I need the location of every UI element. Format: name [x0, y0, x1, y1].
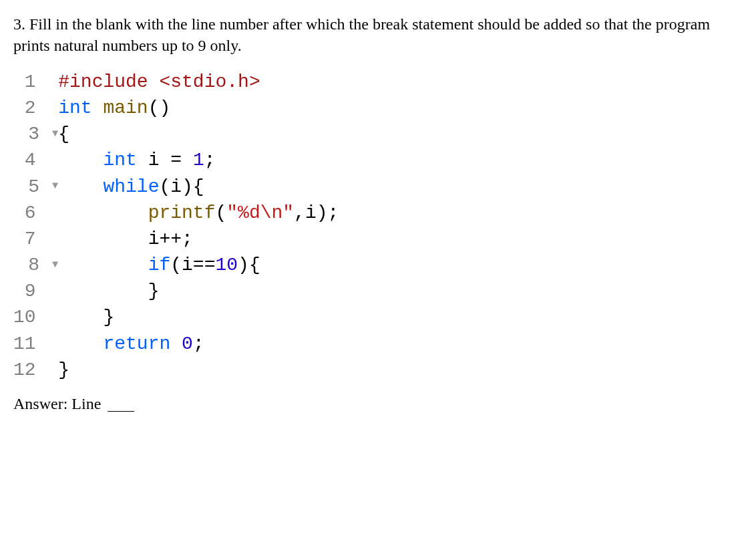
code-line: 8 ▼ if(i==10){ — [13, 252, 339, 278]
line-number: 6 — [13, 200, 58, 226]
code-line: 6 printf("%d\n",i); — [13, 200, 339, 226]
code-line: 1 #include <stdio.h> — [13, 69, 339, 95]
code-line: 4 int i = 1; — [13, 147, 339, 173]
fold-icon[interactable]: ▼ — [51, 179, 58, 194]
question-text: 3. Fill in the blank with the line numbe… — [13, 13, 743, 57]
answer-blank[interactable] — [108, 411, 134, 412]
answer-label: Answer: Line — [13, 395, 101, 412]
code-content: { — [58, 121, 339, 147]
code-line: 12 } — [13, 357, 339, 383]
line-number: 11 — [13, 331, 58, 357]
code-line: 10 } — [13, 304, 339, 330]
code-line: 5 ▼ while(i){ — [13, 174, 339, 200]
line-number: 9 — [13, 278, 58, 304]
code-content: return 0; — [58, 331, 339, 357]
code-content: } — [58, 357, 339, 383]
code-content: } — [58, 278, 339, 304]
line-number: 3 ▼ — [13, 121, 58, 147]
code-content: i++; — [58, 226, 339, 252]
code-line: 11 return 0; — [13, 331, 339, 357]
line-number: 12 — [13, 357, 58, 383]
code-line: 7 i++; — [13, 226, 339, 252]
code-content: } — [58, 304, 339, 330]
line-number: 1 — [13, 69, 58, 95]
code-content: while(i){ — [58, 174, 339, 200]
answer-line: Answer: Line — [13, 395, 743, 413]
code-content: int i = 1; — [58, 147, 339, 173]
line-number: 8 ▼ — [13, 252, 58, 278]
code-content: printf("%d\n",i); — [58, 200, 339, 226]
code-content: if(i==10){ — [58, 252, 339, 278]
fold-icon[interactable]: ▼ — [51, 258, 58, 273]
code-content: #include <stdio.h> — [58, 69, 339, 95]
fold-icon[interactable]: ▼ — [51, 127, 58, 142]
code-content: int main() — [58, 95, 339, 121]
line-number: 2 — [13, 95, 58, 121]
code-line: 3 ▼{ — [13, 121, 339, 147]
code-line: 9 } — [13, 278, 339, 304]
line-number: 10 — [13, 304, 58, 330]
code-block: 1 #include <stdio.h> 2 int main() 3 ▼{ 4… — [13, 69, 339, 383]
code-line: 2 int main() — [13, 95, 339, 121]
line-number: 4 — [13, 147, 58, 173]
line-number: 7 — [13, 226, 58, 252]
line-number: 5 ▼ — [13, 174, 58, 200]
